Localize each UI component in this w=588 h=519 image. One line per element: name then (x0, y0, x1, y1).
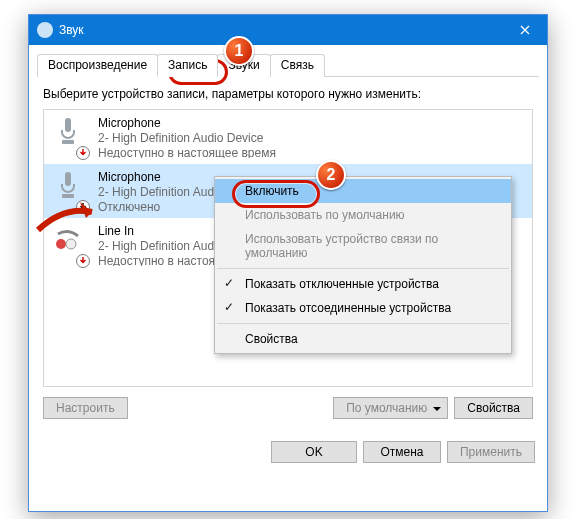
device-icon-wrap (52, 116, 88, 158)
titlebar: Звук (29, 15, 547, 45)
apply-button[interactable]: Применить (447, 441, 535, 463)
status-badge-icon (76, 146, 90, 160)
status-badge-icon (76, 254, 90, 268)
instruction-text: Выберите устройство записи, параметры ко… (43, 87, 533, 101)
menu-separator (217, 323, 509, 324)
tab-recording[interactable]: Запись (157, 54, 218, 77)
microphone-icon (52, 116, 84, 148)
annotation-arrow (34, 198, 112, 242)
cancel-button[interactable]: Отмена (363, 441, 441, 463)
properties-button[interactable]: Свойства (454, 397, 533, 419)
menu-use-comm-default[interactable]: Использовать устройство связи по умолчан… (215, 227, 511, 265)
configure-button[interactable]: Настроить (43, 397, 128, 419)
annotation-callout-1: 1 (224, 36, 254, 66)
tab-strip: Воспроизведение Запись Звуки Связь (37, 53, 539, 77)
app-icon (37, 22, 53, 38)
svg-rect-1 (62, 140, 74, 144)
menu-separator (217, 268, 509, 269)
dialog-buttons: OK Отмена Применить (29, 431, 547, 463)
annotation-callout-2: 2 (316, 160, 346, 190)
svg-rect-2 (65, 172, 71, 186)
annotation-ring (232, 180, 320, 208)
set-default-button[interactable]: По умолчанию (333, 397, 448, 419)
list-buttons: Настроить По умолчанию Свойства (43, 397, 533, 419)
close-icon (520, 25, 530, 35)
close-button[interactable] (503, 15, 547, 45)
tab-playback[interactable]: Воспроизведение (37, 54, 158, 77)
menu-show-disconnected[interactable]: Показать отсоединенные устройства (215, 296, 511, 320)
menu-show-disabled[interactable]: Показать отключенные устройства (215, 272, 511, 296)
ok-button[interactable]: OK (271, 441, 357, 463)
device-status: Недоступно в настоящее время (98, 146, 276, 158)
device-name: Microphone (98, 116, 276, 131)
menu-properties[interactable]: Свойства (215, 327, 511, 351)
window-title: Звук (59, 23, 84, 37)
device-item[interactable]: Microphone 2- High Definition Audio Devi… (44, 110, 532, 164)
svg-rect-0 (65, 118, 71, 132)
tab-communications[interactable]: Связь (270, 54, 325, 77)
device-sub: 2- High Definition Audio Device (98, 131, 276, 146)
